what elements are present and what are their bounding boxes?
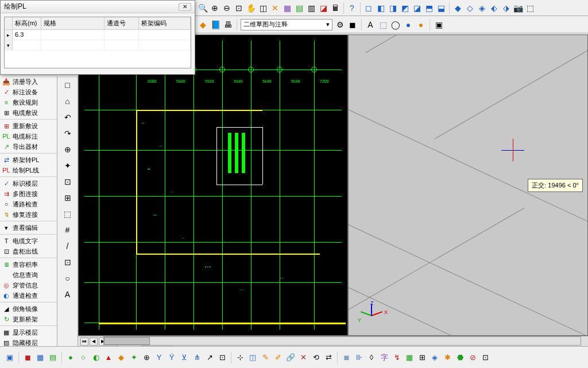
bt-icon[interactable]: ▤ bbox=[48, 352, 58, 363]
bt-icon[interactable]: ● bbox=[65, 352, 76, 363]
sidebar-item[interactable]: ○通路检查 bbox=[0, 199, 57, 209]
vstrip-tool[interactable]: / bbox=[61, 240, 74, 252]
cell-spec[interactable] bbox=[41, 30, 105, 40]
close-icon[interactable]: ✕ bbox=[179, 3, 191, 11]
bt-icon[interactable]: ⊘ bbox=[467, 352, 478, 363]
cell-code[interactable] bbox=[139, 30, 191, 40]
grid-new-row[interactable]: ▾ bbox=[5, 40, 191, 51]
sidebar-item[interactable]: ◎穿管信息 bbox=[0, 280, 57, 290]
pan-icon[interactable]: ✋ bbox=[246, 3, 256, 13]
zoom-in-icon[interactable]: 🔍 bbox=[198, 3, 208, 13]
cell-channel[interactable] bbox=[105, 30, 139, 40]
box-icon[interactable]: ⬚ bbox=[378, 20, 388, 30]
sidebar-item[interactable]: ↻更新桥架 bbox=[0, 314, 57, 324]
bt-icon[interactable]: ⇄ bbox=[323, 352, 334, 363]
cube5-icon[interactable]: ◪ bbox=[412, 3, 422, 13]
bt-icon[interactable]: ✦ bbox=[129, 352, 139, 363]
sidebar-item[interactable]: ⊞重新敷设 bbox=[0, 121, 57, 131]
print-icon[interactable]: 🖶 bbox=[223, 20, 233, 30]
sidebar-item[interactable]: ≣查容积率 bbox=[0, 259, 57, 270]
bt-icon[interactable]: ◊ bbox=[366, 352, 377, 363]
zoom-minus-icon[interactable]: ⊖ bbox=[222, 3, 232, 13]
gear-icon[interactable]: ⚙ bbox=[335, 20, 345, 30]
horizontal-scrollbar[interactable] bbox=[103, 336, 581, 346]
iso2-icon[interactable]: ◇ bbox=[465, 3, 475, 13]
bt-icon[interactable]: ✎ bbox=[260, 352, 270, 363]
bt-icon[interactable]: ◼ bbox=[22, 352, 33, 363]
bt-icon[interactable]: ⋔ bbox=[192, 352, 202, 363]
col-channel[interactable]: 通道号 bbox=[105, 17, 139, 29]
vstrip-tool[interactable]: ⬚ bbox=[61, 208, 74, 220]
vstrip-tool[interactable]: ⊞ bbox=[61, 191, 74, 204]
bt-icon[interactable]: Y bbox=[154, 352, 164, 363]
col-spec[interactable]: 规格 bbox=[41, 17, 105, 29]
sidebar-item[interactable]: PL电缆标注 bbox=[0, 131, 57, 141]
sidebar-item[interactable]: ↗导出器材 bbox=[0, 141, 57, 152]
vstrip-tool[interactable]: ↷ bbox=[61, 127, 74, 140]
cell-empty[interactable] bbox=[105, 40, 139, 50]
vstrip-tool[interactable]: ⊡ bbox=[61, 175, 74, 188]
tool-c-icon[interactable]: ▤ bbox=[294, 3, 304, 13]
bt-icon[interactable]: ↯ bbox=[392, 352, 402, 363]
col-code[interactable]: 桥架编码 bbox=[139, 17, 191, 29]
bt-icon[interactable]: ◐ bbox=[91, 352, 101, 363]
bt-icon[interactable]: ⊡ bbox=[217, 352, 227, 363]
calc-icon[interactable]: 🖩 bbox=[330, 3, 341, 13]
bt-icon[interactable]: ⊪ bbox=[354, 352, 364, 363]
bt-icon[interactable]: ▲ bbox=[103, 352, 114, 363]
ws-icon[interactable]: ◼ bbox=[347, 20, 358, 30]
cube7-icon[interactable]: ⬓ bbox=[436, 3, 446, 13]
iso5-icon[interactable]: ⬗ bbox=[501, 3, 511, 13]
bt-icon[interactable]: Ÿ bbox=[167, 352, 177, 363]
camera-icon[interactable]: 📷 bbox=[513, 3, 523, 13]
iso3-icon[interactable]: ◈ bbox=[477, 3, 487, 13]
bt-icon[interactable]: ⊞ bbox=[417, 352, 427, 363]
bt-icon[interactable]: ⬣ bbox=[455, 352, 465, 363]
tool-e-icon[interactable]: ◪ bbox=[318, 3, 328, 13]
sidebar-item[interactable]: ✓标识楼层 bbox=[0, 178, 57, 189]
workspace-dropdown[interactable]: 二维草图与注释 ▾ bbox=[241, 19, 332, 30]
sidebar-item[interactable]: ≡敷设规则 bbox=[0, 97, 57, 108]
text-icon[interactable]: A bbox=[365, 20, 376, 30]
sidebar-item[interactable]: T电缆文字 bbox=[0, 236, 57, 246]
bt-icon[interactable]: ✱ bbox=[442, 352, 452, 363]
sphere3-icon[interactable]: ● bbox=[416, 20, 426, 30]
vstrip-tool[interactable]: ↶ bbox=[61, 111, 74, 124]
bt-icon[interactable]: ○ bbox=[78, 352, 88, 363]
vstrip-tool[interactable]: ✦ bbox=[61, 159, 74, 172]
cube1-icon[interactable]: ◻ bbox=[363, 3, 374, 13]
grid-row[interactable]: ▸ 6.3 bbox=[5, 30, 191, 40]
bt-icon[interactable]: ◈ bbox=[430, 352, 440, 363]
bt-icon[interactable]: ↗ bbox=[204, 352, 215, 363]
cell-elevation[interactable]: 6.3 bbox=[13, 30, 41, 40]
cube3-icon[interactable]: ◨ bbox=[388, 3, 398, 13]
vstrip-tool[interactable]: # bbox=[61, 224, 74, 236]
bt-icon[interactable]: ▦ bbox=[35, 352, 45, 363]
vstrip-tool[interactable]: □ bbox=[61, 79, 74, 91]
bt-icon[interactable]: ≣ bbox=[341, 352, 351, 363]
help-icon[interactable]: ? bbox=[347, 3, 357, 13]
cell-empty[interactable] bbox=[13, 40, 41, 50]
sidebar-item[interactable]: ▾查看编辑 bbox=[0, 223, 57, 233]
vstrip-tool[interactable]: A bbox=[61, 288, 74, 301]
viewport-3d[interactable]: 正交: 19496 < 0° X Y Z bbox=[348, 34, 588, 336]
bt-icon[interactable]: ✕ bbox=[298, 352, 308, 363]
cube4-icon[interactable]: ◩ bbox=[400, 3, 410, 13]
vstrip-tool[interactable]: ⌂ bbox=[61, 95, 74, 108]
dialog-grid[interactable]: 标高(m) 规格 通道号 桥架编码 ▸ 6.3 ▾ bbox=[4, 17, 191, 68]
sidebar-item[interactable]: ⊞电缆敷设 bbox=[0, 108, 57, 118]
sidebar-item[interactable]: 📥清册导入 bbox=[0, 76, 57, 87]
dialog-titlebar[interactable]: 绘制PL ✕ bbox=[1, 1, 195, 13]
cube2-icon[interactable]: ◧ bbox=[376, 3, 386, 13]
sidebar-item[interactable]: PL绘制PL线 bbox=[0, 165, 57, 175]
cell-empty[interactable] bbox=[41, 40, 105, 50]
bt-icon[interactable]: ◆ bbox=[116, 352, 126, 363]
book-icon[interactable]: 📘 bbox=[210, 20, 220, 30]
viewport-2d[interactable]: 6080 5840 5920 5640 5640 5640 7200 ▫▫ ◦◦… bbox=[78, 34, 348, 336]
bt-icon[interactable]: ⟲ bbox=[311, 352, 321, 363]
vstrip-tool[interactable]: ○ bbox=[61, 272, 74, 285]
panel-icon[interactable]: ▣ bbox=[434, 20, 444, 30]
zoom-extents-icon[interactable]: ⊡ bbox=[234, 3, 244, 13]
sidebar-item[interactable]: ◢倒角镜像 bbox=[0, 304, 57, 314]
iso1-icon[interactable]: ◆ bbox=[452, 3, 463, 13]
